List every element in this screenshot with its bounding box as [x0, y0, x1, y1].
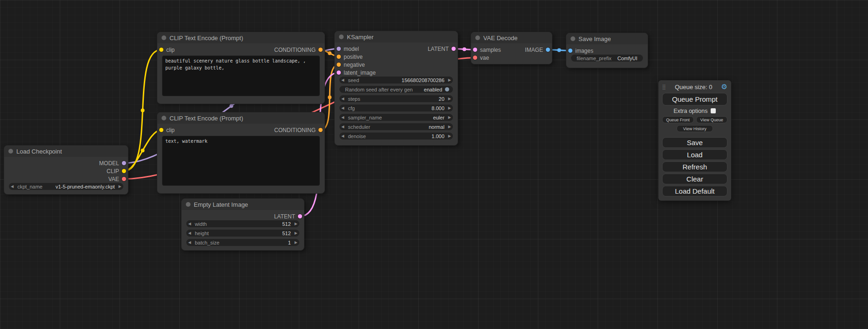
queue-size-label: Queue size: 0 [666, 84, 721, 91]
menu-drag-handle-icon[interactable]: ⣿ [662, 84, 666, 90]
widget-seed[interactable]: ◀seed156680208700286▶ [339, 77, 453, 84]
queue-prompt-button[interactable]: Queue Prompt [662, 93, 727, 105]
node-vae-decode[interactable]: VAE DecodesamplesIMAGEvae [471, 32, 552, 64]
VAE-output-port[interactable] [122, 177, 126, 181]
increment-arrow-icon[interactable]: ▶ [446, 116, 453, 119]
node-empty-latent-image[interactable]: Empty Latent ImageLATENT◀width512▶◀heigh… [181, 198, 304, 251]
widget-scheduler[interactable]: ◀schedulernormal▶ [339, 123, 453, 130]
node-save-image[interactable]: Save Imageimagesfilename_prefixComfyUI [566, 33, 648, 68]
MODEL-output-port[interactable] [122, 161, 126, 165]
save-button[interactable]: Save [662, 137, 727, 148]
widget-batch-size[interactable]: ◀batch_size1▶ [186, 239, 299, 246]
prompt-textarea[interactable]: text, watermark [162, 136, 320, 186]
decrement-arrow-icon[interactable]: ◀ [339, 116, 346, 119]
load-button[interactable]: Load [662, 149, 727, 160]
LATENT-output-port[interactable] [452, 47, 456, 51]
positive-input-port[interactable] [337, 55, 341, 59]
increment-arrow-icon[interactable]: ▶ [446, 97, 453, 101]
node-titlebar[interactable]: CLIP Text Encode (Prompt) [157, 112, 325, 124]
widget-width[interactable]: ◀width512▶ [186, 220, 299, 227]
prompt-textarea[interactable]: beautiful scenery nature glass bottle la… [162, 56, 320, 96]
widget-sampler-name[interactable]: ◀sampler_nameeuler▶ [339, 114, 453, 121]
widget-value: 1 [288, 240, 291, 245]
extra-options-checkbox[interactable] [711, 108, 716, 113]
LATENT-output-port[interactable] [298, 214, 302, 218]
increment-arrow-icon[interactable]: ▶ [117, 185, 123, 189]
clip-input-port[interactable] [159, 48, 163, 52]
graph-canvas[interactable]: CLIP Text Encode (Prompt)clipCONDITIONIN… [0, 0, 868, 329]
decrement-arrow-icon[interactable]: ◀ [339, 125, 346, 129]
collapse-dot-icon[interactable] [571, 36, 575, 41]
node-clip-text-encode-negative[interactable]: CLIP Text Encode (Prompt)clipCONDITIONIN… [157, 112, 325, 194]
toggle-on-icon[interactable] [445, 87, 449, 91]
widget-filename-prefix[interactable]: filename_prefixComfyUI [571, 55, 643, 62]
node-titlebar[interactable]: CLIP Text Encode (Prompt) [157, 32, 325, 43]
node-clip-text-encode-positive[interactable]: CLIP Text Encode (Prompt)clipCONDITIONIN… [157, 32, 325, 104]
increment-arrow-icon[interactable]: ▶ [293, 231, 299, 235]
decrement-arrow-icon[interactable]: ◀ [339, 97, 346, 101]
clip-input-port[interactable] [159, 128, 163, 132]
samples-input-port[interactable] [473, 48, 477, 52]
node-titlebar[interactable]: VAE Decode [471, 32, 552, 43]
increment-arrow-icon[interactable]: ▶ [446, 134, 453, 138]
node-titlebar[interactable]: Save Image [566, 33, 648, 44]
view-queue-button[interactable]: View Queue [696, 116, 728, 123]
input-slot-label: clip [166, 47, 175, 53]
widget-ckpt-name[interactable]: ◀ckpt_namev1-5-pruned-emaonly.ckpt▶ [9, 183, 123, 190]
view-history-button[interactable]: View History [677, 125, 713, 132]
queue-front-button[interactable]: Queue Front [662, 116, 694, 123]
collapse-dot-icon[interactable] [8, 149, 13, 154]
increment-arrow-icon[interactable]: ▶ [293, 241, 299, 245]
input-slot-negative: negative [337, 62, 365, 68]
decrement-arrow-icon[interactable]: ◀ [9, 185, 15, 189]
output-slot-label: LATENT [428, 46, 449, 52]
decrement-arrow-icon[interactable]: ◀ [186, 231, 193, 235]
load-default-button[interactable]: Load Default [662, 186, 727, 196]
widget-denoise[interactable]: ◀denoise1.000▶ [339, 133, 453, 140]
decrement-arrow-icon[interactable]: ◀ [339, 106, 346, 110]
node-load-checkpoint[interactable]: Load CheckpointMODELCLIPVAE◀ckpt_namev1-… [4, 145, 128, 195]
increment-arrow-icon[interactable]: ▶ [446, 125, 453, 129]
collapse-dot-icon[interactable] [339, 35, 344, 39]
CONDITIONING-output-port[interactable] [318, 128, 323, 132]
widget-label: scheduler [348, 124, 370, 130]
node-titlebar[interactable]: Load Checkpoint [4, 146, 128, 157]
decrement-arrow-icon[interactable]: ◀ [186, 241, 193, 245]
node-title-label: KSampler [347, 34, 374, 41]
refresh-button[interactable]: Refresh [662, 161, 727, 172]
widget-random-seed-after-every-gen[interactable]: Random seed after every genenabled [339, 86, 453, 93]
decrement-arrow-icon[interactable]: ◀ [186, 222, 193, 226]
widget-value: ComfyUI [617, 56, 637, 61]
images-input-port[interactable] [568, 49, 572, 53]
CLIP-output-port[interactable] [122, 169, 126, 173]
increment-arrow-icon[interactable]: ▶ [446, 106, 453, 110]
node-body: LATENT◀width512▶◀height512▶◀batch_size1▶ [182, 210, 304, 250]
increment-arrow-icon[interactable]: ▶ [293, 222, 299, 226]
node-titlebar[interactable]: KSampler [335, 31, 458, 42]
collapse-dot-icon[interactable] [475, 35, 480, 40]
widget-label: ckpt_name [17, 184, 42, 189]
vae-input-port[interactable] [473, 56, 477, 60]
model-input-port[interactable] [337, 47, 341, 51]
CONDITIONING-output-port[interactable] [318, 48, 323, 52]
widget-label: cfg [348, 105, 355, 111]
node-titlebar[interactable]: Empty Latent Image [182, 199, 304, 210]
increment-arrow-icon[interactable]: ▶ [446, 78, 453, 82]
clear-button[interactable]: Clear [662, 174, 727, 184]
history-row: View History [662, 125, 727, 132]
settings-gear-icon[interactable]: ⚙ [721, 83, 727, 91]
slot-row: VAE [4, 175, 128, 183]
widget-cfg[interactable]: ◀cfg8.000▶ [339, 105, 453, 112]
negative-input-port[interactable] [337, 63, 341, 67]
collapse-dot-icon[interactable] [162, 35, 166, 40]
latent_image-input-port[interactable] [337, 70, 341, 75]
node-ksampler[interactable]: KSamplermodelLATENTpositivenegativelaten… [334, 31, 458, 146]
decrement-arrow-icon[interactable]: ◀ [339, 78, 346, 82]
widget-height[interactable]: ◀height512▶ [186, 230, 299, 237]
output-slot-label: CONDITIONING [274, 127, 316, 133]
widget-steps[interactable]: ◀steps20▶ [339, 95, 453, 102]
collapse-dot-icon[interactable] [186, 202, 191, 207]
IMAGE-output-port[interactable] [546, 48, 550, 52]
decrement-arrow-icon[interactable]: ◀ [339, 134, 346, 138]
collapse-dot-icon[interactable] [162, 116, 166, 120]
